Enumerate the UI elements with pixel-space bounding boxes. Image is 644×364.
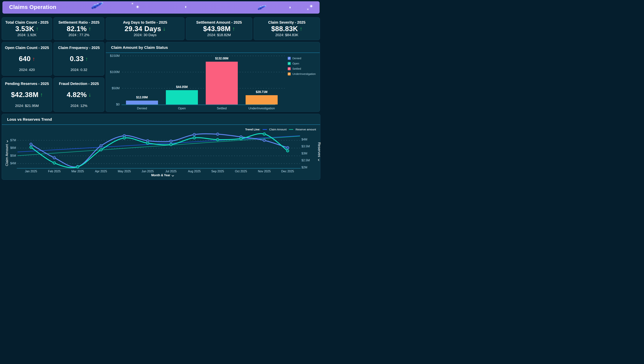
kpi-value: $42.38M [11,91,38,99]
bar-value-label: $44.05M [162,85,202,89]
x-axis-month-label: Dec 2025 [278,170,298,173]
line-right-tick: $3.5M [302,145,313,148]
data-point-core [217,134,218,134]
bar-category-label: Settled [202,106,242,110]
x-axis-month-label: Mar 2025 [68,170,88,173]
x-axis-month-label: Oct 2025 [231,170,251,173]
data-point-core [124,135,125,136]
kpi-value: 29.34 Days [125,25,161,33]
line-right-tick: $3M [302,152,313,155]
kpi-fraud-detection: Fraud Detection - 2025 4.82%↓ 2024: 12% [54,78,104,112]
month-year-selector[interactable]: Month & Year [148,174,178,177]
kpi-total-claim-count: Total Claim Count - 2025 3.53K↑ 2024: 1.… [2,17,52,40]
data-point-core [30,144,31,144]
legend-item-underinvestigation[interactable]: ✓UnderInvestigation [288,72,316,76]
x-axis-line [122,104,276,105]
legend-item-settled[interactable]: ✓Settled [288,67,301,70]
data-point-core [170,144,171,145]
legend-label: Settled [292,67,301,70]
trend-up-icon: ↑ [85,56,88,62]
legend-label: Open [292,62,299,65]
data-point-core [194,134,195,135]
kpi-previous-year: 2024 : 77.2% [68,33,90,37]
data-point-core [170,141,171,142]
trend-up-icon: ↑ [300,26,302,32]
kpi-avg-days-to-settle: Avg Days to Settle - 2025 29.34 Days↓ 20… [106,17,184,40]
kpi-previous-year: 2024: 30 Days [134,33,156,37]
claims-operation-dashboard: Claims Operation Total Claim Count - 202… [0,0,322,182]
line-right-tick: $2M [302,166,313,169]
data-point-core [287,150,288,151]
bar-denied[interactable] [126,100,158,104]
bar-open[interactable] [166,90,198,104]
crystal-icon [92,2,104,10]
gridline [122,56,285,56]
sparkle-icon [307,8,309,10]
x-axis-month-label: Nov 2025 [254,170,274,173]
line-left-tick: $6M [5,146,16,150]
bar-y-tick: $150M [106,54,120,58]
kpi-previous-year: 2024: $18.82M [207,33,231,37]
bar-y-tick: $50M [106,86,120,90]
x-axis-month-label: Sep 2025 [208,170,228,173]
kpi-settlement-ratio: Settlement Ratio - 2025 82.1%↑ 2024 : 77… [54,17,104,40]
kpi-title: Claim Frequency - 2025 [58,46,100,50]
x-axis-month-label: Jun 2025 [137,170,158,173]
bar-chart-plot[interactable]: $150M$100M$50M$0$12.09MDenied$44.05MOpen… [106,42,320,112]
kpi-title: Total Claim Count - 2025 [6,20,49,24]
line-right-tick: $4M [302,138,313,141]
data-point-core [147,140,148,141]
legend-checkbox[interactable]: ✓ [288,62,291,65]
line-right-tick: $2.5M [302,159,313,162]
legend-label: UnderInvestigation [292,72,316,76]
kpi-title: Open Claim Count - 2025 [5,46,49,50]
bar-value-label: $28.71M [242,90,282,94]
sparkle-icon [310,4,313,9]
data-point-core [264,140,264,141]
kpi-claim-frequency: Claim Frequency - 2025 0.33↑ 2024: 0.32 [54,42,104,76]
legend-item-denied[interactable]: ✓Denied [288,57,301,60]
kpi-title: Avg Days to Settle - 2025 [123,20,167,24]
month-year-label: Month & Year [151,174,170,177]
data-point-core [100,145,101,146]
data-point-core [54,158,54,158]
data-point-core [54,163,54,163]
kpi-value: $88.83K [271,25,298,33]
line-left-tick: $4M [5,162,16,165]
data-point-core [30,147,31,148]
x-axis-month-label: May 2025 [114,170,134,173]
chevron-down-icon [172,174,174,176]
x-axis-month-label: Aug 2025 [184,170,204,173]
data-point-core [264,134,264,134]
legend-item-open[interactable]: ✓Open [288,62,299,65]
kpi-value: $43.98M [203,25,231,33]
kpi-previous-year: 2024: 420 [19,68,35,72]
trend-up-icon: ↑ [40,92,43,98]
dashboard-grid: Total Claim Count - 2025 3.53K↑ 2024: 1.… [2,17,320,112]
page-title: Claims Operation [9,4,56,10]
kpi-title: Settlement Ratio - 2025 [58,20,99,24]
trend-line [18,136,300,152]
kpi-value: 4.82% [67,91,87,99]
kpi-pending-reserves: Pending Reserves - 2025 $42.38M↑ 2024: $… [2,78,52,112]
kpi-previous-year: 2024: 12% [70,104,88,108]
legend-checkbox[interactable]: ✓ [288,67,291,70]
claim-amount-by-status-panel: Claim Amount by Claim Status $150M$100M$… [106,42,320,112]
crystal-icon [258,4,268,11]
gridline [122,88,285,88]
kpi-title: Fraud Detection - 2025 [59,82,99,86]
kpi-title: Claim Severity - 2025 [268,20,306,24]
bar-y-tick: $0 [106,103,120,106]
kpi-value: 3.53K [15,25,34,33]
kpi-previous-year: 2024: 1.92K [17,33,36,37]
legend-checkbox[interactable]: ✓ [288,57,291,60]
loss-vs-reserves-panel: Loss vs Reserves Trend Trend Line: Claim… [2,114,320,180]
trend-up-icon: ↑ [36,26,38,32]
trend-up-icon: ↑ [88,26,91,32]
bar-value-label: $132.08M [202,57,242,60]
sparkle-icon [131,2,134,5]
legend-checkbox[interactable]: ✓ [288,72,291,76]
data-point-core [100,150,101,150]
bar-underinvestigation[interactable] [246,95,278,104]
bar-settled[interactable] [206,62,238,104]
